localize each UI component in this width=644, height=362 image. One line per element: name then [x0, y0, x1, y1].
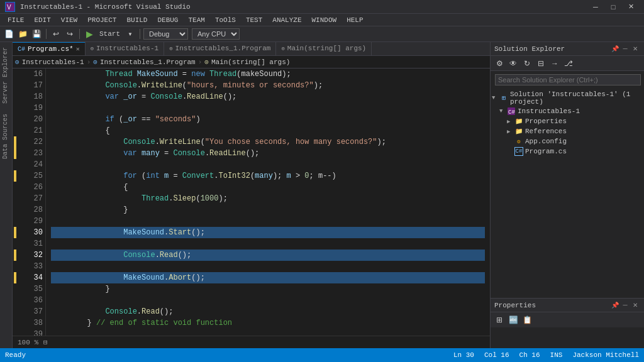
se-git-btn[interactable]: ⎇ [562, 57, 575, 70]
ln-31: 31 [20, 238, 43, 250]
gutter-mark-23 [14, 148, 16, 159]
sidebar-server-explorer[interactable]: Server Explorer [0, 42, 12, 109]
gutter-empty12 [13, 238, 18, 250]
gutter-empty4 [13, 102, 18, 114]
menu-window[interactable]: WINDOW [307, 14, 342, 26]
gutter-mark-34 [14, 272, 16, 283]
breadcrumb-sep2: › [198, 58, 203, 66]
menu-edit[interactable]: EDIT [29, 14, 55, 26]
breadcrumb-instructables1[interactable]: Instructables-1 [22, 58, 84, 66]
tree-references[interactable]: ▶ 📁 References [492, 126, 643, 136]
toolbar-new[interactable]: 📄 [3, 28, 15, 40]
se-pending-btn[interactable]: → [548, 57, 561, 70]
tab-program[interactable]: ⊙ Instructables_1.Program [164, 42, 276, 55]
main-layout: Server Explorer Data Sources C# Program.… [0, 42, 644, 348]
tree-properties[interactable]: ▶ 📁 Properties [492, 116, 643, 126]
tab-close-program-cs[interactable]: ✕ [76, 45, 80, 53]
prop-close-button[interactable]: ✕ [630, 300, 640, 310]
tree-programcs[interactable]: ▶ C# Program.cs [492, 146, 643, 156]
se-collapse-btn[interactable]: ⊟ [535, 57, 547, 70]
tab-label-instructables1-text: Instructables-1 [96, 45, 158, 52]
separator-2 [79, 29, 80, 39]
svg-text:V: V [7, 4, 11, 11]
debug-mode-select[interactable]: Debug Release [143, 28, 188, 40]
breadcrumb-program[interactable]: Instructables_1.Program [100, 58, 196, 66]
tree-project[interactable]: ▼ C# Instructables-1 [492, 106, 643, 116]
prop-sort-btn[interactable]: ⊞ [493, 314, 506, 326]
toolbar-start-dropdown[interactable]: ▼ [124, 28, 136, 40]
se-refresh-btn[interactable]: ↻ [521, 57, 533, 70]
toolbar-open[interactable]: 📁 [16, 28, 29, 40]
se-properties-btn[interactable]: ⚙ [493, 57, 506, 70]
breadcrumb-main[interactable]: Main(string[] args) [211, 58, 290, 66]
tab-label-main: ⊙ [281, 45, 284, 52]
tab-bar: C# Program.cs* ✕ ⊙ Instructables-1 ⊙ Ins… [13, 42, 490, 56]
prop-pages-btn[interactable]: 📋 [521, 314, 533, 326]
maximize-button[interactable]: □ [605, 1, 621, 13]
tree-label-properties: Properties [525, 118, 567, 125]
ln-20: 20 [20, 114, 43, 125]
menu-analyze[interactable]: ANALYZE [267, 14, 306, 26]
menu-view[interactable]: VIEW [56, 14, 82, 26]
gutter-empty2 [13, 80, 18, 91]
se-search-container [491, 71, 644, 89]
se-close-button[interactable]: ✕ [630, 44, 640, 54]
gutter-empty8 [13, 182, 18, 193]
menu-team[interactable]: TEAM [183, 14, 209, 26]
ln-38: 38 [20, 317, 43, 329]
status-ins: INS [550, 351, 563, 359]
menu-file[interactable]: FILE [3, 14, 29, 26]
ln-33: 33 [20, 261, 43, 272]
ln-16: 16 [20, 69, 43, 80]
se-show-all-btn[interactable]: 👁 [507, 57, 519, 70]
toolbar-save[interactable]: 💾 [30, 28, 43, 40]
properties-panel: Properties 📌 ─ ✕ ⊞ 🔤 📋 [491, 298, 644, 348]
tab-main[interactable]: ⊙ Main(string[] args) [276, 42, 372, 55]
tree-appconfig[interactable]: ▶ ⚙ App.config [492, 136, 643, 146]
left-sidebar: Server Explorer Data Sources [0, 42, 13, 348]
solution-explorer: Solution Explorer 📌 ─ ✕ ⚙ 👁 ↻ ⊟ → ⎇ ▼ [491, 42, 644, 298]
menu-test[interactable]: TEST [241, 14, 267, 26]
prop-title-label: Properties [494, 302, 610, 309]
code-line-33 [51, 261, 485, 272]
menu-debug[interactable]: DEBUG [152, 14, 183, 26]
code-line-22: Console.WriteLine("You chose seconds, ho… [51, 136, 485, 148]
tree-arrow-references: ▶ [507, 128, 514, 135]
tree-solution[interactable]: ▼ ⊞ Solution 'Instructables-1' (1 projec… [492, 90, 643, 106]
menu-tools[interactable]: ToOlS [210, 14, 241, 26]
window-controls[interactable]: ─ □ ✕ [587, 1, 639, 13]
status-bar: Ready Ln 30 Col 16 Ch 16 INS Jackson Mit… [0, 348, 644, 362]
se-pin-button[interactable]: 📌 [610, 44, 620, 54]
tab-label-main-text: Main(string[] args) [287, 45, 366, 52]
se-search-input[interactable] [495, 74, 641, 85]
close-button[interactable]: ✕ [623, 1, 639, 13]
tab-program-cs[interactable]: C# Program.cs* ✕ [13, 42, 86, 55]
tab-label-instructables1: ⊙ [91, 45, 94, 52]
tab-instructables1[interactable]: ⊙ Instructables-1 [86, 42, 164, 55]
code-content[interactable]: Thread MakeSound = new Thread(makeSound)… [46, 69, 490, 336]
menu-build[interactable]: BUILD [121, 14, 152, 26]
toolbar-undo[interactable]: ↩ [50, 28, 62, 40]
gutter-empty10 [13, 204, 18, 216]
prop-minimize-button[interactable]: ─ [620, 300, 630, 310]
tree-arrow-properties: ▶ [507, 118, 514, 125]
gutter-empty7 [13, 159, 18, 170]
toolbar: 📄 📁 💾 ↩ ↪ ▶ Start ▼ Debug Release Any CP… [0, 26, 644, 42]
vs-icon: V [5, 2, 15, 12]
toolbar-start[interactable]: ▶ [83, 28, 96, 40]
prop-sort-alpha-btn[interactable]: 🔤 [507, 314, 519, 326]
platform-select[interactable]: Any CPU [192, 28, 240, 40]
code-line-36 [51, 295, 485, 306]
menu-project[interactable]: PROJECT [82, 14, 121, 26]
code-line-38: } // end of static void function [51, 317, 485, 329]
prop-pin-button[interactable]: 📌 [610, 300, 620, 310]
toolbar-redo[interactable]: ↪ [64, 28, 76, 40]
title-bar: V Instructables-1 - Microsoft Visual Stu… [0, 0, 644, 14]
collapse-icon: ⊟ [43, 338, 48, 346]
separator-3 [140, 29, 140, 39]
minimize-button[interactable]: ─ [587, 1, 604, 13]
status-col: Col 16 [484, 351, 509, 359]
sidebar-data-sources[interactable]: Data Sources [0, 109, 12, 164]
menu-help[interactable]: HELP [341, 14, 368, 26]
se-minimize-button[interactable]: ─ [620, 44, 630, 54]
